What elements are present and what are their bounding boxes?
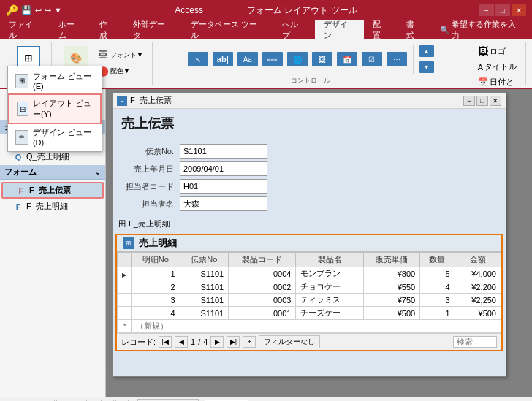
font-button[interactable]: 亜 フォント▼ xyxy=(94,48,146,63)
cell-denpyo-2[interactable]: S1101 xyxy=(180,280,229,294)
cell-amount-4[interactable]: ¥500 xyxy=(455,307,501,320)
subform-next-btn[interactable]: ▶ xyxy=(210,336,224,348)
cell-meino-4[interactable]: 4 xyxy=(132,307,180,320)
maximize-button[interactable]: □ xyxy=(495,4,510,16)
scroll-down-control[interactable]: ▼ xyxy=(418,60,436,75)
cell-denpyo-3[interactable]: S1101 xyxy=(180,294,229,307)
cell-code-2[interactable]: 0002 xyxy=(229,280,296,294)
col-selector xyxy=(118,253,132,267)
font-icon: 亜 xyxy=(97,50,109,61)
cell-code-4[interactable]: 0001 xyxy=(229,307,296,320)
undo-icon[interactable]: ↩ xyxy=(35,6,42,15)
cell-qty-1[interactable]: 5 xyxy=(420,267,455,280)
form-items: F F_売上伝票 F F_売上明細 xyxy=(0,180,105,215)
status-filter-button[interactable]: フィルターなし xyxy=(137,399,199,402)
tab-arrange[interactable]: 配置 xyxy=(364,20,398,39)
select-control[interactable]: ↖ xyxy=(186,50,210,68)
textbox-control[interactable]: Aa xyxy=(236,50,259,68)
checkbox-control[interactable]: ☑ xyxy=(360,50,384,68)
label-control[interactable]: ab| xyxy=(211,50,235,68)
image-control[interactable]: 🖼 xyxy=(311,50,334,68)
design-view-item[interactable]: ✏ デザイン ビュー(D) xyxy=(8,124,102,150)
cell-amount-2[interactable]: ¥2,200 xyxy=(455,280,501,294)
cell-meino-2[interactable]: 2 xyxy=(132,280,180,294)
doc-maximize[interactable]: □ xyxy=(476,96,488,106)
cell-price-4[interactable]: ¥500 xyxy=(363,307,419,320)
scroll-up-control[interactable]: ▲ xyxy=(418,44,436,58)
table-new-row[interactable]: * （新規） xyxy=(118,320,501,333)
cell-qty-3[interactable]: 3 xyxy=(420,294,455,307)
layout-view-item[interactable]: ⊟ レイアウト ビュー(Y) xyxy=(8,93,102,124)
subform-filter-button[interactable]: フィルターなし xyxy=(259,335,320,348)
globe-icon: 🌐 xyxy=(287,52,308,66)
nav-section-form[interactable]: フォーム ⌄ xyxy=(0,165,105,180)
cell-qty-2[interactable]: 4 xyxy=(420,280,455,294)
form-title-button[interactable]: A タイトル xyxy=(475,60,520,74)
doc-minimize[interactable]: − xyxy=(463,96,475,106)
cell-denpyo-1[interactable]: S1101 xyxy=(180,267,229,280)
table-row[interactable]: 4 S1101 0001 チーズケー ¥500 1 ¥500 xyxy=(118,307,501,320)
tab-help[interactable]: ヘルプ xyxy=(273,20,315,39)
table-row[interactable]: 1 S1101 0004 モンブラン ¥800 5 ¥4,000 xyxy=(118,267,501,280)
quick-save-icon[interactable]: 💾 xyxy=(21,5,32,15)
name-input[interactable] xyxy=(180,196,267,211)
nav-item-f-meisai[interactable]: F F_売上明細 xyxy=(0,199,105,213)
subform-search-input[interactable] xyxy=(453,336,497,348)
cell-qty-4[interactable]: 1 xyxy=(420,307,455,320)
cell-code-1[interactable]: 0004 xyxy=(229,267,296,280)
subform-title: 売上明細 xyxy=(139,237,177,250)
subform-first-btn[interactable]: |◀ xyxy=(159,336,172,348)
tab-external[interactable]: 外部データ xyxy=(124,20,182,39)
close-button[interactable]: ✕ xyxy=(512,4,526,16)
denpyo-input[interactable] xyxy=(180,144,267,159)
globe-control[interactable]: 🌐 xyxy=(286,50,309,68)
tantou-input[interactable] xyxy=(180,179,267,194)
cell-price-1[interactable]: ¥800 xyxy=(363,267,419,280)
minimize-button[interactable]: − xyxy=(479,4,494,16)
cell-name-3[interactable]: ティラミス xyxy=(296,294,363,307)
datetime-icon: 📅 xyxy=(478,77,488,87)
nav-item-f-uriage[interactable]: F F_売上伝票 xyxy=(1,182,104,199)
cell-meino-3[interactable]: 3 xyxy=(132,294,180,307)
date-input[interactable] xyxy=(180,161,267,176)
more-control[interactable]: ⋯ xyxy=(385,50,408,68)
cell-price-2[interactable]: ¥550 xyxy=(363,280,419,294)
cell-name-2[interactable]: チョコケー xyxy=(296,280,363,294)
form-view-icon: ⊞ xyxy=(15,74,28,88)
calendar-icon: 📅 xyxy=(337,52,357,66)
tab-search[interactable]: 🔍 希望する作業を入力 xyxy=(431,20,532,39)
search-icon: 🔍 xyxy=(440,26,450,35)
tab-design[interactable]: デザイン xyxy=(315,20,365,39)
cell-code-3[interactable]: 0003 xyxy=(229,294,296,307)
datetime-button[interactable]: 📅 日付と xyxy=(475,75,520,89)
ribbon-tabs: ファイル ホーム 作成 外部データ データベース ツール ヘルプ デザイン 配置… xyxy=(0,20,532,39)
cell-name-4[interactable]: チーズケー xyxy=(296,307,363,320)
cell-amount-1[interactable]: ¥4,000 xyxy=(455,267,501,280)
field-row-name: 担当者名 xyxy=(121,196,497,211)
doc-icon: F xyxy=(117,96,127,106)
subform-prev-btn[interactable]: ◀ xyxy=(175,336,188,348)
customize-icon[interactable]: ▼ xyxy=(54,6,62,15)
tab-home[interactable]: ホーム xyxy=(50,20,91,39)
tab-create[interactable]: 作成 xyxy=(91,20,124,39)
calendar-control[interactable]: 📅 xyxy=(335,50,359,68)
cell-denpyo-4[interactable]: S1101 xyxy=(180,307,229,320)
cell-meino-1[interactable]: 1 xyxy=(132,267,180,280)
form-view-item[interactable]: ⊞ フォーム ビュー(E) xyxy=(8,68,102,93)
cell-amount-3[interactable]: ¥2,250 xyxy=(455,294,501,307)
tantou-label: 担当者コード xyxy=(121,181,174,192)
doc-close[interactable]: ✕ xyxy=(490,96,501,106)
tab-dbtools[interactable]: データベース ツール xyxy=(182,20,273,39)
tab-file[interactable]: ファイル xyxy=(0,20,50,39)
subform-last-btn[interactable]: ▶| xyxy=(227,336,240,348)
table-row[interactable]: 3 S1101 0003 ティラミス ¥750 3 ¥2,250 xyxy=(118,294,501,307)
cell-name-1[interactable]: モンブラン xyxy=(296,267,363,280)
table-row[interactable]: 2 S1101 0002 チョコケー ¥550 4 ¥2,200 xyxy=(118,280,501,294)
field-list-control[interactable]: ≡≡≡ xyxy=(261,50,284,68)
redo-icon[interactable]: ↪ xyxy=(45,6,51,15)
subform-new-btn[interactable]: + xyxy=(243,336,256,348)
tab-format[interactable]: 書式 xyxy=(398,20,431,39)
logo-button[interactable]: 🖼 ロゴ xyxy=(475,44,520,58)
datetime-label: 日付と xyxy=(490,77,514,88)
cell-price-3[interactable]: ¥750 xyxy=(363,294,419,307)
